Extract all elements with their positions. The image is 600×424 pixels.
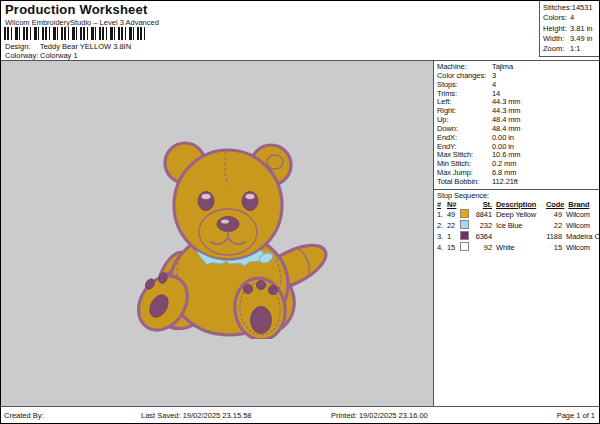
row-num: 3. — [437, 232, 447, 241]
stop-sequence-row: 4. 15 92 White 15 Wilcom — [434, 242, 599, 253]
stat-value: 4 — [570, 13, 574, 23]
last-saved-text: Last Saved: 19/02/2025 23.15.58 — [141, 411, 252, 420]
design-value: Teddy Bear YELLOW 3.8IN — [40, 42, 131, 51]
row-brand: Wilcom — [562, 243, 599, 252]
teddy-bear-embroidery-graphic — [123, 139, 343, 339]
machine-row: Stops:4 — [434, 81, 599, 90]
row-description: Ice Blue — [492, 221, 546, 230]
col-header-num: # — [437, 200, 447, 209]
design-stats-box: Stitches: 14531 Colors: 4 Height: 3.81 i… — [539, 1, 599, 57]
stop-sequence-row: 1. 49 8841 Deep Yellow 49 Wilcom — [434, 209, 599, 220]
page-title: Production Worksheet — [5, 2, 147, 17]
thread-color-swatch — [460, 209, 471, 220]
row-thread-number: 6364 — [471, 232, 492, 241]
stat-value: 1:1 — [570, 44, 580, 54]
row-code: 49 — [546, 210, 562, 219]
row-num: 1. — [437, 210, 447, 219]
row-num: 2. — [437, 221, 447, 230]
machine-row: Down:48.4 mm — [434, 125, 599, 134]
panel-divider — [434, 189, 599, 190]
col-header-brand: Brand — [564, 200, 599, 209]
design-row: Design: Teddy Bear YELLOW 3.8IN — [5, 42, 131, 51]
stat-label: Colors: — [543, 13, 570, 23]
colorway-label: Colorway: — [5, 51, 38, 60]
row-brand: Wilcom — [562, 210, 599, 219]
stat-height: Height: 3.81 in — [543, 24, 599, 34]
software-subtitle: Wilcom EmbroideryStudio – Level 3 Advanc… — [5, 18, 159, 27]
bear-nose — [217, 217, 239, 232]
stop-sequence-row: 3. 1 6364 1188 Madeira Classic 40 — [434, 231, 599, 242]
stat-label: Height: — [543, 24, 570, 34]
row-brand: Wilcom — [562, 221, 599, 230]
stat-label: Width: — [543, 34, 570, 44]
thread-color-swatch — [460, 242, 471, 253]
stat-zoom: Zoom: 1:1 — [543, 44, 599, 54]
stat-stitches: Stitches: 14531 — [543, 3, 599, 13]
stop-sequence-title: Stop Sequence: — [434, 191, 599, 200]
col-header-n: N# — [447, 200, 460, 209]
bear-inner-ear — [267, 155, 283, 169]
row-thread-number: 232 — [471, 221, 492, 230]
row-needle: 49 — [447, 210, 460, 219]
row-code: 22 — [546, 221, 562, 230]
machine-row: EndX:0.00 in — [434, 134, 599, 143]
stat-value: 14531 — [572, 3, 593, 13]
row-needle: 22 — [447, 221, 460, 230]
stat-label: Stitches: — [543, 3, 572, 13]
printed-text: Printed: 19/02/2025 23.16.00 — [331, 411, 428, 420]
row-code: 1188 — [546, 232, 562, 241]
worksheet-header: Production Worksheet Wilcom EmbroiderySt… — [1, 1, 599, 61]
stat-colors: Colors: 4 — [543, 13, 599, 23]
thread-color-swatch — [460, 220, 471, 231]
stat-value: 3.49 in — [570, 34, 593, 44]
row-thread-number: 92 — [471, 243, 492, 252]
row-description: Deep Yellow — [492, 210, 546, 219]
row-needle: 15 — [447, 243, 460, 252]
machine-label: Total Bobbin: — [437, 178, 492, 187]
row-description: White — [492, 243, 546, 252]
worksheet-main: Machine:Tajima Color changes:3 Stops:4 T… — [1, 61, 599, 406]
row-brand: Madeira Classic 40 — [562, 232, 599, 241]
stop-sequence-row: 2. 22 232 Ice Blue 22 Wilcom — [434, 220, 599, 231]
stop-sequence-header-row: # N# St. Description Code Brand — [434, 200, 599, 209]
stat-value: 3.81 in — [570, 24, 593, 34]
bear-nose-highlight — [221, 220, 229, 224]
col-header-code: Code — [546, 200, 564, 209]
machine-row: Total Bobbin:112.21ft — [434, 178, 599, 187]
worksheet-footer: Created By: Last Saved: 19/02/2025 23.15… — [1, 406, 599, 423]
design-barcode — [4, 27, 146, 40]
row-num: 4. — [437, 243, 447, 252]
col-header-st: St. — [471, 200, 492, 209]
row-thread-number: 8841 — [471, 210, 492, 219]
page-number: Page 1 of 1 — [557, 411, 595, 420]
thread-color-swatch — [460, 231, 471, 242]
colorway-value: Colorway 1 — [40, 51, 78, 60]
machine-value: 112.21ft — [492, 178, 518, 187]
colorway-row: Colorway: Colorway 1 — [5, 51, 78, 60]
col-header-description: Description — [492, 200, 546, 209]
machine-row: Color changes:3 — [434, 72, 599, 81]
design-preview-canvas — [1, 61, 433, 406]
production-worksheet-page: Production Worksheet Wilcom EmbroiderySt… — [0, 0, 600, 424]
design-label: Design: — [5, 42, 38, 51]
created-by-label: Created By: — [4, 411, 44, 420]
row-code: 15 — [546, 243, 562, 252]
machine-details-panel: Machine:Tajima Color changes:3 Stops:4 T… — [433, 61, 599, 406]
stat-width: Width: 3.49 in — [543, 34, 599, 44]
stat-label: Zoom: — [543, 44, 570, 54]
row-needle: 1 — [447, 232, 460, 241]
